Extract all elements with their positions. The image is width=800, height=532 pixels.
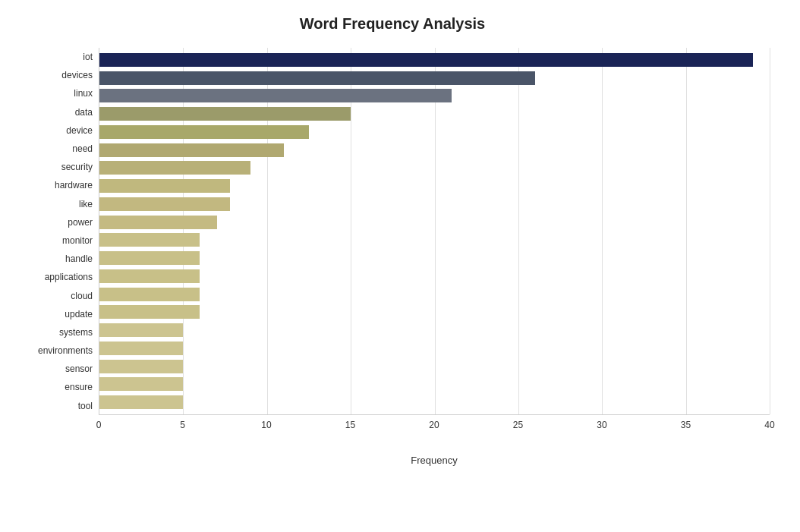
bar	[99, 233, 200, 247]
bars-wrapper	[99, 48, 770, 414]
bar	[99, 360, 183, 373]
chart-container: Word Frequency Analysis iotdeviceslinuxd…	[0, 0, 800, 532]
y-label: applications	[15, 272, 93, 282]
bar-row	[99, 250, 770, 266]
grid-line	[770, 48, 770, 414]
bar-row	[99, 142, 770, 159]
bar	[99, 305, 200, 319]
bar-row	[99, 340, 770, 357]
bar	[99, 288, 200, 301]
bar-row	[99, 105, 770, 122]
y-label: iot	[15, 52, 93, 61]
y-label: data	[15, 108, 93, 117]
y-label: security	[15, 162, 93, 172]
x-tick: 0	[96, 420, 102, 430]
y-label: monitor	[15, 236, 93, 245]
x-tick: 40	[764, 420, 774, 430]
bar	[99, 251, 200, 265]
bar-row	[99, 268, 770, 285]
x-axis-label: Frequency	[99, 455, 770, 466]
y-label: handle	[15, 254, 93, 263]
bar-row	[99, 70, 770, 87]
bars-and-grid	[99, 48, 770, 415]
bar	[99, 161, 250, 175]
bar	[99, 197, 230, 211]
y-label: tool	[15, 401, 93, 411]
bar	[99, 107, 351, 121]
bar-row	[99, 376, 770, 392]
bar	[99, 216, 217, 229]
x-tick: 15	[345, 420, 355, 430]
x-tick: 30	[597, 420, 606, 430]
bar-row	[99, 231, 770, 248]
bar-row	[99, 178, 770, 194]
bar	[99, 89, 452, 102]
x-tick: 5	[180, 420, 185, 430]
y-label: sensor	[15, 364, 93, 373]
x-tick: 10	[261, 420, 271, 430]
y-label: device	[15, 126, 93, 135]
bar	[99, 342, 183, 355]
y-label: ensure	[15, 382, 93, 392]
y-label: need	[15, 144, 93, 153]
bar-row	[99, 322, 770, 338]
bar	[99, 143, 284, 157]
bar	[99, 395, 183, 409]
y-label: environments	[15, 346, 93, 355]
y-label: systems	[15, 328, 93, 337]
y-label: update	[15, 310, 93, 319]
bar-row	[99, 159, 770, 176]
bar	[99, 125, 309, 139]
y-label: power	[15, 218, 93, 227]
bar-row	[99, 52, 770, 68]
bars-section: iotdeviceslinuxdatadeviceneedsecurityhar…	[15, 48, 770, 415]
bar-row	[99, 304, 770, 320]
y-label: hardware	[15, 181, 93, 190]
bar	[99, 377, 183, 391]
chart-title: Word Frequency Analysis	[15, 15, 770, 33]
x-tick: 35	[681, 420, 691, 430]
bar	[99, 269, 200, 283]
y-label: devices	[15, 71, 93, 80]
x-axis: 0510152025303540	[99, 415, 770, 433]
bar-row	[99, 394, 770, 411]
bar-row	[99, 87, 770, 104]
y-label: like	[15, 200, 93, 209]
bar	[99, 53, 753, 67]
bar	[99, 323, 183, 337]
y-labels: iotdeviceslinuxdatadeviceneedsecurityhar…	[15, 48, 99, 415]
bar	[99, 71, 535, 85]
chart-area: iotdeviceslinuxdatadeviceneedsecurityhar…	[15, 48, 770, 466]
bar-row	[99, 286, 770, 303]
y-label: linux	[15, 89, 93, 98]
bar-row	[99, 124, 770, 140]
bar-row	[99, 214, 770, 231]
x-tick: 20	[429, 420, 439, 430]
x-tick: 25	[513, 420, 523, 430]
bar	[99, 179, 230, 193]
y-label: cloud	[15, 291, 93, 301]
bar-row	[99, 358, 770, 375]
bar-row	[99, 196, 770, 212]
